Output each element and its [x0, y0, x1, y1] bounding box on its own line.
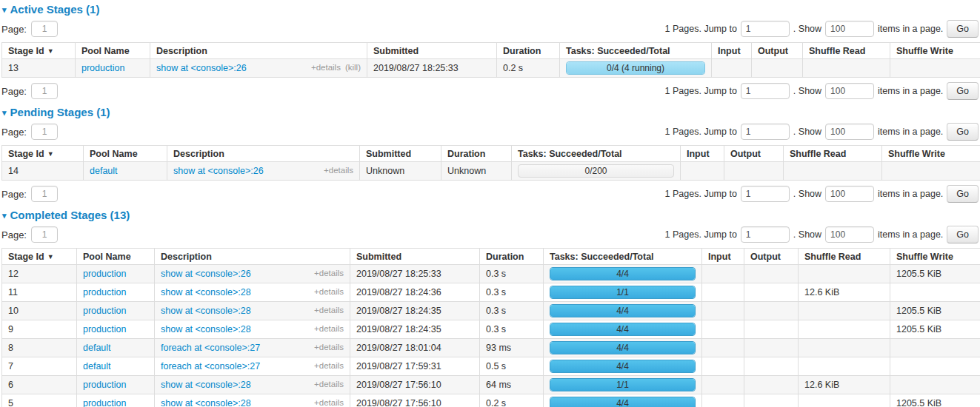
jump-to-input[interactable] [741, 83, 790, 99]
column-header[interactable]: Tasks: Succeeded/Total [560, 43, 712, 59]
column-header[interactable]: Shuffle Read [803, 43, 890, 59]
column-header[interactable]: Output [744, 249, 799, 265]
go-button[interactable]: Go [947, 123, 979, 141]
pool-name-link[interactable]: production [83, 380, 126, 390]
pool-name-link[interactable]: default [90, 166, 118, 176]
stage-section: ▾Pending Stages (1) Page: 1 Pages. Jump … [1, 106, 979, 203]
column-header[interactable]: Duration [480, 249, 544, 265]
shuffle-write-cell [890, 283, 980, 302]
duration-cell: 0.3 s [480, 302, 544, 320]
details-toggle[interactable]: +details [324, 166, 353, 175]
details-toggle[interactable]: +details [314, 287, 344, 296]
column-label: Shuffle Write [896, 46, 953, 56]
stage-description-link[interactable]: foreach at <console>:27 [161, 343, 260, 353]
show-count-input[interactable] [825, 226, 874, 243]
stage-description-link[interactable]: show at <console>:28 [161, 380, 251, 390]
column-label: Pool Name [83, 252, 131, 262]
details-toggle[interactable]: +details [314, 306, 344, 314]
go-button[interactable]: Go [947, 82, 979, 100]
pool-name-link[interactable]: production [83, 398, 126, 407]
column-header[interactable]: Tasks: Succeeded/Total [544, 249, 702, 265]
show-count-input[interactable] [825, 124, 874, 140]
show-count-input[interactable] [825, 21, 874, 37]
details-toggle[interactable]: +details [311, 63, 341, 72]
pool-name-link[interactable]: production [83, 324, 126, 334]
column-label: Submitted [373, 46, 419, 56]
section-title[interactable]: ▾Active Stages (1) [2, 3, 979, 16]
stage-description-link[interactable]: show at <console>:26 [173, 166, 264, 176]
column-header[interactable]: Input [681, 146, 724, 162]
jump-to-input[interactable] [741, 21, 790, 37]
column-header[interactable]: Shuffle Read [799, 249, 890, 265]
column-header[interactable]: Shuffle Read [784, 146, 882, 162]
stage-description-link[interactable]: show at <console>:26 [161, 269, 251, 279]
section-title[interactable]: ▾Pending Stages (1) [2, 106, 979, 118]
column-header[interactable]: Shuffle Write [890, 249, 980, 265]
column-header[interactable]: Shuffle Write [882, 146, 980, 162]
column-header[interactable]: Stage Id▼ [2, 249, 77, 265]
show-count-input[interactable] [825, 186, 874, 202]
pool-name-link[interactable]: default [83, 343, 111, 353]
stage-description-link[interactable]: show at <console>:28 [161, 324, 251, 334]
column-header[interactable]: Description [167, 146, 360, 162]
stage-row: 11 production +detailsshow at <console>:… [2, 283, 980, 302]
pool-name-link[interactable]: production [81, 63, 124, 73]
column-header[interactable]: Stage Id▼ [2, 146, 84, 162]
stages-table: Stage Id▼Pool NameDescriptionSubmittedDu… [1, 42, 980, 78]
kill-link[interactable]: (kill) [345, 63, 361, 72]
column-label: Shuffle Write [888, 149, 945, 159]
section-title[interactable]: ▾Completed Stages (13) [2, 209, 979, 221]
details-toggle[interactable]: +details [314, 361, 344, 370]
column-header[interactable]: Duration [497, 43, 560, 59]
pool-name-link[interactable]: default [83, 361, 111, 371]
tasks-count-label: 4/4 [550, 397, 695, 407]
stage-description-link[interactable]: show at <console>:28 [161, 306, 251, 316]
shuffle-read-cell: 12.6 KiB [799, 376, 890, 394]
page-number-input[interactable] [31, 83, 58, 99]
go-button[interactable]: Go [947, 20, 979, 38]
column-header[interactable]: Tasks: Succeeded/Total [512, 146, 681, 162]
column-header[interactable]: Description [150, 43, 367, 59]
page-number-input[interactable] [31, 226, 58, 243]
stage-id-cell: 5 [2, 394, 77, 407]
details-toggle[interactable]: +details [314, 269, 344, 278]
page-number-input[interactable] [31, 186, 58, 202]
stage-description-link[interactable]: foreach at <console>:27 [161, 361, 260, 371]
column-header[interactable]: Shuffle Write [890, 43, 980, 59]
shuffle-write-cell: 1205.5 KiB [890, 302, 980, 320]
page-number-input[interactable] [31, 21, 58, 37]
column-header[interactable]: Pool Name [76, 43, 150, 59]
column-header[interactable]: Output [752, 43, 803, 59]
tasks-progress-bar: 1/1 [550, 378, 696, 391]
page-label: Page: [1, 229, 27, 240]
column-header[interactable]: Submitted [367, 43, 497, 59]
jump-to-input[interactable] [741, 124, 790, 140]
pool-name-link[interactable]: production [83, 287, 126, 297]
go-button[interactable]: Go [947, 185, 979, 203]
details-toggle[interactable]: +details [314, 380, 344, 388]
column-header[interactable]: Input [702, 249, 744, 265]
stage-description-link[interactable]: show at <console>:26 [156, 63, 247, 73]
column-header[interactable]: Output [724, 146, 784, 162]
details-toggle[interactable]: +details [314, 398, 344, 407]
page-number-input[interactable] [31, 124, 58, 140]
column-header[interactable]: Description [155, 249, 350, 265]
column-header[interactable]: Submitted [350, 249, 480, 265]
pool-name-link[interactable]: production [83, 269, 126, 279]
tasks-cell: 4/4 [544, 320, 702, 339]
stage-description-link[interactable]: show at <console>:28 [161, 287, 251, 297]
column-header[interactable]: Pool Name [84, 146, 167, 162]
jump-to-input[interactable] [741, 186, 790, 202]
column-header[interactable]: Duration [441, 146, 512, 162]
jump-to-input[interactable] [741, 226, 790, 243]
show-count-input[interactable] [825, 83, 874, 99]
column-header[interactable]: Input [712, 43, 752, 59]
go-button[interactable]: Go [947, 226, 979, 243]
pool-name-link[interactable]: production [83, 306, 126, 316]
column-header[interactable]: Pool Name [77, 249, 155, 265]
column-header[interactable]: Stage Id▼ [2, 43, 76, 59]
details-toggle[interactable]: +details [314, 324, 344, 333]
column-header[interactable]: Submitted [360, 146, 441, 162]
stage-description-link[interactable]: show at <console>:28 [161, 398, 251, 407]
details-toggle[interactable]: +details [314, 343, 344, 352]
